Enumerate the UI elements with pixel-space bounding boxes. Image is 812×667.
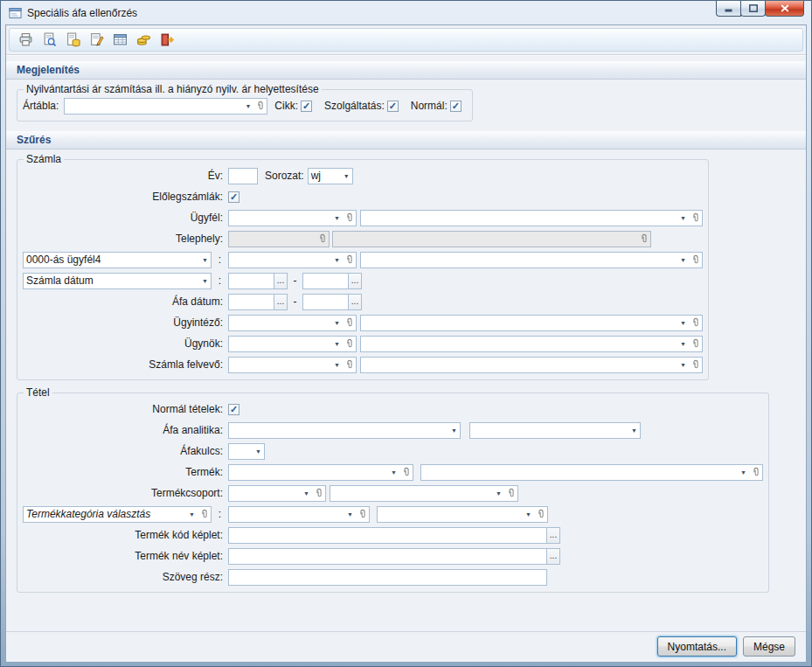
toolbar-export-button[interactable] — [63, 31, 82, 50]
paperclip-icon[interactable] — [637, 232, 650, 247]
ugyintezo-code-combo[interactable]: ▼ — [228, 315, 357, 331]
termekcsoport-name-combo[interactable]: ▼ — [330, 485, 518, 502]
chevron-down-icon[interactable]: ▼ — [344, 511, 356, 518]
datum-selector-combo[interactable]: Számla dátum ▼ — [23, 273, 212, 289]
chevron-down-icon[interactable]: ▼ — [677, 320, 689, 326]
chevron-down-icon[interactable]: ▼ — [186, 511, 198, 518]
szamla-datum-to-picker-button[interactable]: ... — [349, 273, 362, 289]
afa-datum-to-input[interactable] — [303, 295, 348, 308]
artabla-combo[interactable]: ▼ — [64, 98, 267, 115]
termek-nev-keplet-field[interactable] — [228, 548, 547, 565]
szamla-datum-to-field[interactable] — [302, 273, 349, 289]
toolbar-coins-button[interactable] — [134, 31, 153, 50]
chevron-down-icon[interactable]: ▼ — [341, 173, 352, 179]
szolgaltatas-checkbox[interactable]: ✓ — [387, 101, 399, 112]
chevron-down-icon[interactable]: ▼ — [388, 469, 399, 476]
afa-datum-from-picker-button[interactable]: ... — [274, 294, 288, 310]
termek-name-combo[interactable]: ▼ — [420, 464, 763, 481]
afa-datum-from-input[interactable] — [229, 295, 274, 308]
ugynok-code-combo[interactable]: ▼ — [228, 336, 357, 352]
chevron-down-icon[interactable]: ▼ — [331, 257, 343, 263]
maximize-button[interactable] — [740, 1, 766, 17]
szamla-datum-from-input[interactable] — [229, 274, 274, 287]
telephely-code-input[interactable] — [229, 233, 316, 245]
paperclip-icon[interactable] — [504, 486, 517, 501]
paperclip-icon[interactable] — [312, 486, 325, 501]
chevron-down-icon[interactable]: ▼ — [331, 320, 343, 326]
paperclip-icon[interactable] — [343, 211, 356, 226]
chevron-down-icon[interactable]: ▼ — [677, 362, 689, 368]
ugynok-name-combo[interactable]: ▼ — [360, 336, 703, 352]
chevron-down-icon[interactable]: ▼ — [199, 257, 211, 263]
chevron-down-icon[interactable]: ▼ — [493, 490, 504, 497]
termek-kod-keplet-input[interactable] — [229, 529, 546, 541]
paperclip-icon[interactable] — [399, 465, 413, 480]
chevron-down-icon[interactable]: ▼ — [738, 469, 749, 476]
minimize-button[interactable] — [716, 1, 741, 17]
paperclip-icon[interactable] — [343, 358, 356, 372]
paperclip-icon[interactable] — [253, 99, 267, 114]
telephely-name-input[interactable] — [333, 233, 637, 245]
termek-code-combo[interactable]: ▼ — [228, 464, 413, 481]
chevron-down-icon[interactable]: ▼ — [628, 427, 640, 434]
toolbar-table-button[interactable] — [110, 31, 129, 50]
ev-input[interactable] — [229, 170, 257, 182]
paperclip-icon[interactable] — [689, 211, 702, 226]
chevron-down-icon[interactable]: ▼ — [253, 448, 264, 455]
toolbar-preview-button[interactable] — [39, 31, 59, 50]
felvevo-name-combo[interactable]: ▼ — [360, 357, 703, 373]
chevron-down-icon[interactable]: ▼ — [677, 257, 689, 263]
telephely-name-field[interactable] — [332, 231, 651, 247]
afa-datum-from-field[interactable] — [228, 294, 274, 310]
termekkategoria-name-combo[interactable]: ▼ — [377, 506, 548, 523]
close-button[interactable] — [765, 1, 804, 17]
termek-kod-keplet-field[interactable] — [228, 527, 547, 544]
chevron-down-icon[interactable]: ▼ — [677, 341, 689, 347]
afa-analitika-combo-1[interactable]: ▼ — [228, 422, 461, 439]
ev-field[interactable] — [228, 168, 258, 184]
paperclip-icon[interactable] — [534, 507, 547, 522]
paperclip-icon[interactable] — [689, 358, 702, 372]
ugyfel4-code-combo[interactable]: ▼ — [228, 252, 357, 268]
szamla-datum-from-picker-button[interactable]: ... — [274, 273, 288, 289]
eloleg-checkbox[interactable]: ✓ — [228, 191, 239, 203]
paperclip-icon[interactable] — [316, 232, 329, 247]
szoveg-resz-input[interactable] — [229, 571, 546, 583]
termek-nev-keplet-editor-button[interactable]: ... — [547, 548, 560, 565]
paperclip-icon[interactable] — [356, 507, 369, 522]
termekcsoport-code-combo[interactable]: ▼ — [228, 485, 326, 502]
szamla-datum-to-input[interactable] — [303, 274, 348, 287]
chevron-down-icon[interactable]: ▼ — [199, 278, 211, 284]
normal-tetelek-checkbox[interactable]: ✓ — [228, 404, 239, 415]
termekkategoria-selector-combo[interactable]: Termékkategória választás ▼ — [23, 506, 212, 523]
toolbar-print-button[interactable] — [16, 31, 35, 50]
szoveg-resz-field[interactable] — [228, 569, 547, 586]
afa-analitika-combo-2[interactable]: ▼ — [469, 422, 641, 439]
afa-datum-to-picker-button[interactable]: ... — [349, 294, 362, 310]
normal-checkbox[interactable]: ✓ — [450, 101, 462, 112]
cikk-checkbox[interactable]: ✓ — [301, 101, 312, 112]
paperclip-icon[interactable] — [343, 337, 356, 351]
titlebar[interactable]: Speciális áfa ellenőrzés — [5, 1, 807, 24]
cancel-button[interactable]: Mégse — [743, 636, 795, 657]
afa-datum-to-field[interactable] — [302, 294, 349, 310]
termekkategoria-code-combo[interactable]: ▼ — [228, 506, 370, 523]
paperclip-icon[interactable] — [689, 316, 702, 330]
felvevo-code-combo[interactable]: ▼ — [228, 357, 357, 373]
chevron-down-icon[interactable]: ▼ — [677, 215, 689, 221]
paperclip-icon[interactable] — [343, 316, 356, 330]
ugyfel-name-combo[interactable]: ▼ — [360, 210, 703, 226]
paperclip-icon[interactable] — [198, 507, 211, 522]
telephely-code-field[interactable] — [228, 231, 330, 247]
chevron-down-icon[interactable]: ▼ — [331, 362, 343, 368]
chevron-down-icon[interactable]: ▼ — [242, 103, 253, 109]
afakulcs-combo[interactable]: ▼ — [228, 443, 265, 460]
ugyfel4-name-combo[interactable]: ▼ — [360, 252, 703, 268]
chevron-down-icon[interactable]: ▼ — [301, 490, 312, 497]
paperclip-icon[interactable] — [689, 253, 702, 267]
szamla-datum-from-field[interactable] — [228, 273, 274, 289]
toolbar-exit-button[interactable] — [157, 31, 177, 50]
termek-nev-keplet-input[interactable] — [229, 550, 546, 562]
chevron-down-icon[interactable]: ▼ — [448, 427, 460, 434]
sorozat-combo[interactable]: wj ▼ — [308, 168, 353, 184]
